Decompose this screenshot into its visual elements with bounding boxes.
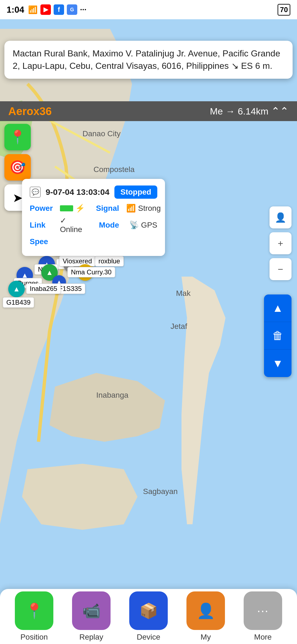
speed-row: Spee — [30, 237, 157, 246]
right-controls: 👤 + − — [270, 206, 292, 280]
power-value: ⚡ — [60, 204, 85, 213]
crosshair-icon: 🎯 — [9, 160, 26, 175]
nav-position[interactable]: 📍 Position — [15, 591, 53, 642]
google-icon: G — [67, 4, 77, 15]
plus-icon: + — [278, 238, 283, 249]
my-icon: 👤 — [197, 602, 215, 620]
chat-icon[interactable]: 💬 — [30, 187, 41, 198]
device-icon: 📦 — [139, 602, 158, 620]
mode-label: Mode — [99, 221, 124, 230]
distance-arrow: → — [226, 106, 235, 117]
nav-my-label: My — [200, 633, 211, 642]
marker-inaba265[interactable]: ▲ Inaba265 — [8, 281, 25, 297]
vehicle-name: Aerox36 — [8, 105, 52, 118]
nav-device-label: Device — [137, 633, 160, 642]
more-icon-wrap: ··· — [244, 591, 282, 630]
nav-replay[interactable]: 📹 Replay — [72, 591, 111, 642]
gps-icon: 📡 — [129, 220, 139, 230]
mode-value: 📡 GPS — [129, 220, 157, 230]
signal-label: Signal — [96, 204, 121, 213]
place-jetaf: Jetaf — [170, 322, 187, 331]
nav-device[interactable]: 📦 Device — [129, 591, 168, 642]
link-value: ✓ Online — [60, 216, 88, 234]
speed-label: Spee — [30, 237, 54, 246]
link-label: Link — [30, 221, 54, 230]
battery-bar-icon — [60, 205, 73, 211]
replay-icon: 📹 — [82, 602, 101, 620]
distance-value: 6.14km — [238, 106, 269, 117]
more-dots-icon: ··· — [257, 604, 269, 618]
nav-replay-label: Replay — [79, 633, 103, 642]
status-badge: Stopped — [114, 185, 157, 199]
place-inabanga: Inabanga — [96, 391, 128, 400]
up-arrow-icon: ▲ — [272, 302, 283, 314]
nav-position-label: Position — [20, 633, 48, 642]
replay-icon-wrap: 📹 — [72, 591, 111, 630]
trash-icon: 🗑 — [272, 329, 283, 342]
signal-indicator: 📶 — [28, 5, 38, 14]
wifi-icon: 📶 — [126, 204, 136, 213]
vehicle-bar[interactable]: Aerox36 Me → 6.14km ⌃⌃ — [0, 101, 297, 121]
status-icons: 📶 ▶ f G ··· — [28, 4, 86, 15]
info-header: 💬 9-07-04 13:03:04 Stopped — [30, 185, 157, 199]
status-bar: 1:04 📶 ▶ f G ··· 70 — [0, 0, 297, 19]
more-apps-icon: ··· — [80, 5, 86, 14]
info-datetime: 9-07-04 13:03:04 — [46, 187, 109, 197]
info-popup: 💬 9-07-04 13:03:04 Stopped Power ⚡ Signa… — [22, 179, 165, 256]
place-compostela: Compostela — [94, 165, 134, 174]
battery-level: 70 — [280, 6, 288, 14]
address-text: Mactan Rural Bank, Maximo V. Patalinjug … — [13, 47, 284, 72]
status-time: 1:04 — [7, 5, 24, 15]
battery-indicator: 70 — [277, 4, 290, 16]
vehicle-distance: Me → 6.14km ⌃⌃ — [210, 105, 289, 117]
nav-more[interactable]: ··· More — [244, 591, 282, 642]
bottom-nav: 📍 Position 📹 Replay 📦 Device 👤 My ··· Mo… — [0, 589, 297, 644]
delete-button[interactable]: 🗑 — [264, 322, 292, 350]
my-icon-wrap: 👤 — [186, 591, 225, 630]
move-up-button[interactable]: ▲ — [264, 294, 292, 322]
send-icon: ➤ — [13, 191, 23, 205]
nav-more-label: More — [254, 633, 272, 642]
position-icon-wrap: 📍 — [15, 591, 53, 630]
minus-icon: − — [278, 264, 283, 275]
distance-me-label: Me — [210, 106, 223, 117]
place-mak: Mak — [176, 289, 191, 298]
device-icon-wrap: 📦 — [129, 591, 168, 630]
address-bar: Mactan Rural Bank, Maximo V. Patalinjug … — [4, 41, 293, 79]
link-row: Link ✓ Online Mode 📡 GPS — [30, 216, 157, 234]
action-buttons: ▲ 🗑 ▼ — [264, 294, 292, 377]
power-label: Power — [30, 204, 54, 213]
nav-my[interactable]: 👤 My — [186, 591, 225, 642]
down-arrow-icon: ▼ — [272, 357, 283, 370]
move-down-button[interactable]: ▼ — [264, 350, 292, 377]
expand-icon[interactable]: ⌃⌃ — [271, 105, 289, 117]
zoom-out-button[interactable]: − — [270, 258, 292, 280]
location-pin-button[interactable]: 📍 — [4, 124, 31, 150]
power-row: Power ⚡ Signal 📶 Strong — [30, 204, 157, 213]
pin-icon: 📍 — [9, 129, 26, 145]
person-icon: 👤 — [275, 212, 286, 223]
position-icon: 📍 — [25, 602, 43, 620]
signal-value: 📶 Strong — [126, 204, 161, 213]
facebook-icon: f — [54, 4, 64, 15]
map-container[interactable]: Carmen Danao City Compostela Mak Jetaf I… — [0, 19, 297, 644]
place-danao: Danao City — [82, 129, 121, 138]
person-button[interactable]: 👤 — [270, 206, 292, 228]
zoom-in-button[interactable]: + — [270, 232, 292, 254]
target-button[interactable]: 🎯 — [4, 154, 31, 181]
place-sagbayan: Sagbayan — [143, 487, 178, 496]
youtube-icon: ▶ — [40, 4, 51, 15]
